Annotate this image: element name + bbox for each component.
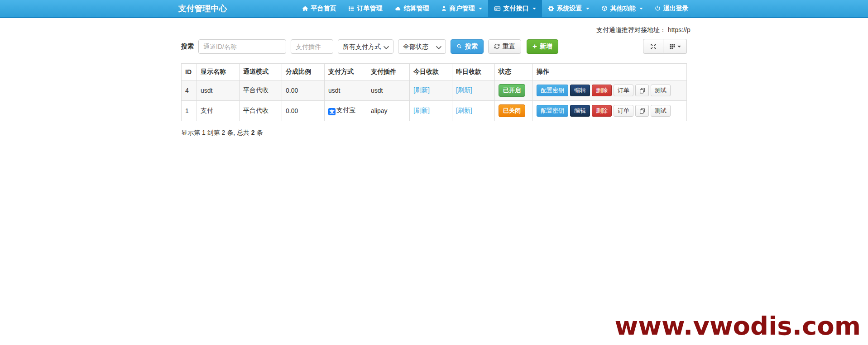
col-header-payment-method: 支付方式 bbox=[325, 64, 367, 80]
payment-method-label: usdt bbox=[328, 87, 340, 94]
col-header-today-income: 今日收款 bbox=[410, 64, 452, 80]
order-button[interactable]: 订单 bbox=[614, 85, 633, 96]
cell-yesterday-income: [刷新] bbox=[452, 80, 495, 101]
cell-id: 1 bbox=[182, 101, 197, 121]
cell-display-name: 支付 bbox=[197, 101, 240, 121]
col-header-status: 状态 bbox=[495, 64, 533, 80]
site-watermark: www.vwodis.com bbox=[614, 311, 861, 340]
chevron-down-icon bbox=[479, 8, 482, 9]
recommend-url: https://p bbox=[668, 26, 691, 33]
copy-icon bbox=[639, 108, 645, 114]
col-header-channel-mode: 通道模式 bbox=[240, 64, 282, 80]
nav-item-settlement-management[interactable]: 结算管理 bbox=[388, 0, 435, 17]
home-icon bbox=[302, 5, 308, 12]
configure-key-button[interactable]: 配置密钥 bbox=[537, 105, 568, 117]
col-header-split-ratio: 分成比例 bbox=[282, 64, 325, 80]
list-icon bbox=[348, 5, 355, 12]
status-badge[interactable]: 已开启 bbox=[499, 84, 525, 97]
delete-button[interactable]: 删除 bbox=[592, 85, 612, 96]
refresh-yesterday-link[interactable]: [刷新] bbox=[456, 86, 472, 94]
nav-item-label: 结算管理 bbox=[404, 5, 429, 13]
grid-icon bbox=[669, 43, 676, 50]
cube-icon bbox=[601, 5, 608, 12]
search-button-label: 搜索 bbox=[465, 43, 478, 51]
table-row: 1 支付 平台代收 0.00 支支付宝 alipay [刷新] [刷新] 已关闭… bbox=[182, 101, 687, 121]
payment-method-select[interactable]: 所有支付方式 bbox=[338, 39, 393, 54]
cell-split-ratio: 0.00 bbox=[282, 80, 325, 101]
channel-id-input[interactable] bbox=[198, 39, 286, 54]
copy-button[interactable] bbox=[635, 105, 649, 117]
plugin-input[interactable] bbox=[291, 39, 333, 54]
cell-status: 已关闭 bbox=[495, 101, 533, 121]
nav-item-label: 支付接口 bbox=[504, 5, 529, 13]
search-button[interactable]: 搜索 bbox=[451, 39, 484, 54]
pagination-prefix: 显示第 1 到第 2 条, 总共 bbox=[181, 129, 251, 136]
col-header-yesterday-income: 昨日收款 bbox=[452, 64, 495, 80]
search-toolbar: 搜索 所有支付方式 全部状态 搜索 重置 + 新增 bbox=[181, 39, 687, 54]
edit-button[interactable]: 编辑 bbox=[570, 105, 590, 117]
fullscreen-icon bbox=[650, 43, 657, 50]
brand-title[interactable]: 支付管理中心 bbox=[174, 3, 232, 14]
reset-button[interactable]: 重置 bbox=[488, 39, 521, 54]
power-icon bbox=[655, 5, 661, 11]
nav-item-system-settings[interactable]: 系统设置 bbox=[542, 0, 595, 17]
credit-card-icon bbox=[494, 5, 501, 12]
nav-item-payment-interface[interactable]: 支付接口 bbox=[488, 0, 542, 17]
col-header-id: ID bbox=[182, 64, 197, 80]
status-select[interactable]: 全部状态 bbox=[398, 39, 446, 54]
nav-item-other-functions[interactable]: 其他功能 bbox=[595, 0, 649, 17]
table-header-row: ID 显示名称 通道模式 分成比例 支付方式 支付插件 今日收款 昨日收款 状态… bbox=[182, 64, 687, 80]
payment-method-label: 支付宝 bbox=[336, 106, 355, 113]
table-toolbar-group bbox=[643, 39, 687, 54]
cloud-icon bbox=[394, 5, 401, 12]
status-select-wrap: 全部状态 bbox=[398, 39, 446, 54]
test-button[interactable]: 测试 bbox=[651, 105, 671, 117]
copy-button[interactable] bbox=[635, 85, 649, 96]
table-row: 4 usdt 平台代收 0.00 usdt usdt [刷新] [刷新] 已开启… bbox=[182, 80, 687, 101]
cell-display-name: usdt bbox=[197, 80, 240, 101]
recommend-label: 支付通道推荐对接地址： bbox=[596, 26, 666, 33]
nav-item-merchant-management[interactable]: 商户管理 bbox=[435, 0, 488, 17]
chevron-down-icon bbox=[586, 8, 590, 9]
delete-button[interactable]: 删除 bbox=[592, 105, 612, 117]
nav-item-label: 订单管理 bbox=[357, 5, 383, 13]
pagination-total: 2 bbox=[251, 129, 255, 136]
refresh-today-link[interactable]: [刷新] bbox=[413, 86, 430, 94]
refresh-icon bbox=[494, 43, 500, 49]
nav-item-logout[interactable]: 退出登录 bbox=[649, 0, 695, 17]
fullscreen-button[interactable] bbox=[643, 39, 663, 54]
chevron-down-icon bbox=[639, 8, 643, 9]
status-badge[interactable]: 已关闭 bbox=[499, 104, 525, 117]
edit-button[interactable]: 编辑 bbox=[570, 85, 590, 96]
configure-key-button[interactable]: 配置密钥 bbox=[537, 85, 568, 96]
nav-item-order-management[interactable]: 订单管理 bbox=[342, 0, 388, 17]
add-button[interactable]: + 新增 bbox=[527, 39, 558, 54]
refresh-yesterday-link[interactable]: [刷新] bbox=[456, 107, 472, 114]
cell-payment-plugin: alipay bbox=[367, 101, 410, 121]
nav-item-platform-home[interactable]: 平台首页 bbox=[296, 0, 342, 17]
cell-split-ratio: 0.00 bbox=[282, 101, 325, 121]
payment-channel-table: ID 显示名称 通道模式 分成比例 支付方式 支付插件 今日收款 昨日收款 状态… bbox=[181, 63, 687, 121]
nav-item-label: 平台首页 bbox=[311, 5, 336, 13]
nav-item-label: 系统设置 bbox=[557, 5, 582, 13]
order-button[interactable]: 订单 bbox=[614, 105, 633, 117]
search-icon bbox=[456, 43, 462, 49]
chevron-down-icon bbox=[677, 46, 681, 47]
col-header-actions: 操作 bbox=[533, 64, 687, 80]
columns-button[interactable] bbox=[663, 39, 687, 54]
cell-id: 4 bbox=[182, 80, 197, 101]
user-icon bbox=[441, 5, 447, 11]
col-header-display-name: 显示名称 bbox=[197, 64, 240, 80]
pagination-summary: 显示第 1 到第 2 条, 总共 2 条 bbox=[181, 129, 687, 137]
cell-actions: 配置密钥 编辑 删除 订单 测试 bbox=[533, 80, 687, 101]
refresh-today-link[interactable]: [刷新] bbox=[413, 107, 430, 114]
nav-item-label: 退出登录 bbox=[663, 5, 689, 13]
cell-payment-method: 支支付宝 bbox=[325, 101, 367, 121]
alipay-icon: 支 bbox=[328, 108, 336, 115]
pagination-suffix: 条 bbox=[255, 129, 263, 136]
nav-item-label: 其他功能 bbox=[610, 5, 636, 13]
cell-channel-mode: 平台代收 bbox=[240, 80, 282, 101]
payment-method-select-wrap: 所有支付方式 bbox=[338, 39, 393, 54]
plus-icon: + bbox=[532, 43, 537, 50]
test-button[interactable]: 测试 bbox=[651, 85, 671, 96]
